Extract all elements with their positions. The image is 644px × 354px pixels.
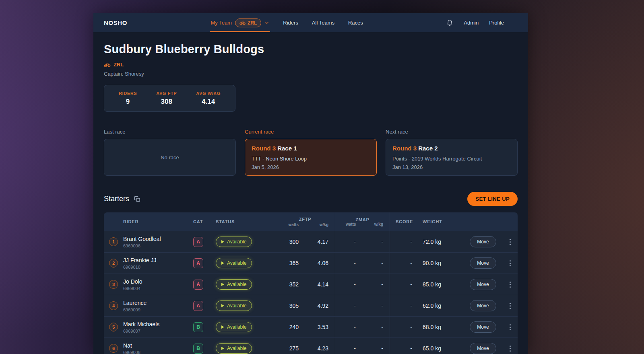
rank-badge: 4 [109, 301, 118, 310]
move-button[interactable]: Move [470, 257, 496, 269]
zmap-watts-value: - [335, 274, 362, 295]
rider-cell[interactable]: Mark Michaels 6969007 [123, 321, 193, 333]
rider-id: 6969006 [123, 243, 193, 248]
nav-link-admin[interactable]: Admin [464, 20, 479, 26]
copy-icon[interactable] [134, 196, 140, 202]
zmap-wkg-value: - [362, 239, 390, 245]
move-button[interactable]: Move [470, 236, 496, 247]
league-selector-badge[interactable]: ZRL [235, 19, 261, 27]
captain-label: Captain: Shoresy [104, 71, 518, 77]
status-available-pill[interactable]: Available [216, 279, 252, 290]
nav-link-profile[interactable]: Profile [489, 20, 504, 26]
weight-value: 65.0 kg [419, 345, 464, 352]
table-row: 5 Mark Michaels 6969007 B Available 240 … [104, 316, 518, 338]
play-icon [221, 347, 224, 350]
cat-badge: B [193, 344, 203, 354]
status-cell: Available [216, 322, 275, 332]
move-button[interactable]: Move [470, 321, 496, 333]
row-menu-kebab-icon[interactable] [502, 324, 518, 330]
stat-avg-ftp: AVG FTP 308 [156, 91, 177, 106]
status-available-pill[interactable]: Available [216, 237, 252, 247]
zmap-watts-value: - [335, 338, 362, 354]
status-available-pill[interactable]: Available [216, 322, 252, 332]
cat-badge: A [193, 237, 203, 247]
race-name: Race 1 [277, 145, 297, 152]
stat-label: AVG FTP [156, 91, 177, 96]
race-name: Race 2 [418, 145, 438, 152]
starters-title: Starters [104, 195, 129, 203]
status-cell: Available [216, 258, 275, 268]
zftp-watts-value: 365 [275, 260, 305, 266]
rider-cell[interactable]: Brant Goodleaf 6969006 [123, 236, 193, 248]
race-title: Round 3 Race 1 [252, 145, 370, 152]
row-menu-kebab-icon[interactable] [502, 239, 518, 245]
last-race-card[interactable]: No race [104, 139, 236, 176]
my-team-label: My Team [211, 20, 232, 26]
zmap-watts-value: - [335, 317, 362, 338]
play-icon [221, 240, 224, 243]
current-race-card[interactable]: Round 3 Race 1 TTT - Neon Shore Loop Jan… [245, 139, 377, 176]
stat-avg-wkg: AVG W/KG 4.14 [196, 91, 221, 106]
header-cat: CAT [193, 219, 216, 224]
notifications-bell-icon[interactable] [446, 19, 453, 27]
play-icon [221, 261, 224, 265]
status-label: Available [227, 303, 246, 309]
play-icon [221, 325, 224, 329]
stat-label: AVG W/KG [196, 91, 221, 96]
status-available-pill[interactable]: Available [216, 343, 252, 354]
header-zmap-group: ZMAP watts w/kg [335, 212, 390, 231]
score-value: - [390, 317, 419, 338]
weight-value: 90.0 kg [419, 260, 464, 266]
tab-races[interactable]: Races [348, 13, 363, 32]
race-title: Round 3 Race 2 [392, 145, 511, 152]
rank-cell: 4 [104, 301, 123, 310]
status-available-pill[interactable]: Available [216, 300, 252, 311]
move-button[interactable]: Move [470, 279, 496, 290]
next-race-card[interactable]: Round 3 Race 2 Points - 2019 Worlds Harr… [386, 139, 518, 176]
next-race-label: Next race [386, 129, 518, 135]
rider-id: 6969009 [123, 307, 193, 312]
tab-all-teams[interactable]: All Teams [312, 13, 334, 32]
status-cell: Available [216, 300, 275, 311]
zftp-wkg-value: 4.92 [305, 303, 335, 309]
table-row: 6 Nat 6969008 B Available 275 4.23 - - -… [104, 338, 518, 354]
rider-name: JJ Frankie JJ [123, 257, 193, 263]
current-race-column: Current race Round 3 Race 1 TTT - Neon S… [245, 129, 377, 176]
top-nav: NOSHO My Team ZRL [93, 13, 528, 32]
move-cell: Move [464, 300, 502, 311]
set-line-up-button[interactable]: SET LINE UP [467, 192, 518, 206]
rider-cell[interactable]: Laurence 6969009 [123, 300, 193, 312]
status-available-pill[interactable]: Available [216, 258, 252, 268]
rank-cell: 5 [104, 323, 123, 331]
rank-cell: 1 [104, 237, 123, 246]
app-panel: NOSHO My Team ZRL [93, 13, 528, 354]
race-round: Round 3 [252, 145, 276, 152]
tab-my-team[interactable]: My Team ZRL [211, 13, 269, 32]
chevron-down-icon[interactable] [264, 21, 269, 25]
league-label: ZRL [114, 62, 124, 68]
row-menu-kebab-icon[interactable] [502, 282, 518, 288]
status-cell: Available [216, 237, 275, 247]
move-button[interactable]: Move [470, 300, 496, 311]
rider-name: Jo Dolo [123, 278, 193, 285]
last-race-label: Last race [104, 129, 236, 135]
rider-cell[interactable]: Nat 6969008 [123, 342, 193, 354]
zftp-watts-value: 240 [275, 324, 305, 330]
score-value: - [390, 274, 419, 295]
rider-cell[interactable]: JJ Frankie JJ 6969010 [123, 257, 193, 270]
row-menu-kebab-icon[interactable] [502, 346, 518, 352]
header-rider: RIDER [123, 219, 193, 224]
nav-right: Admin Profile [446, 19, 504, 27]
cat-cell: B [193, 344, 216, 354]
cat-badge: A [193, 301, 203, 311]
move-button[interactable]: Move [470, 343, 496, 354]
tab-riders[interactable]: Riders [283, 13, 298, 32]
league-badge-label: ZRL [248, 20, 257, 26]
rider-cell[interactable]: Jo Dolo 6969004 [123, 278, 193, 291]
zmap-wkg-value: - [362, 281, 390, 288]
row-menu-kebab-icon[interactable] [502, 303, 518, 309]
stat-riders: RIDERS 9 [119, 91, 137, 106]
status-label: Available [227, 239, 246, 245]
row-menu-kebab-icon[interactable] [502, 260, 518, 266]
brand-logo: NOSHO [104, 19, 127, 26]
